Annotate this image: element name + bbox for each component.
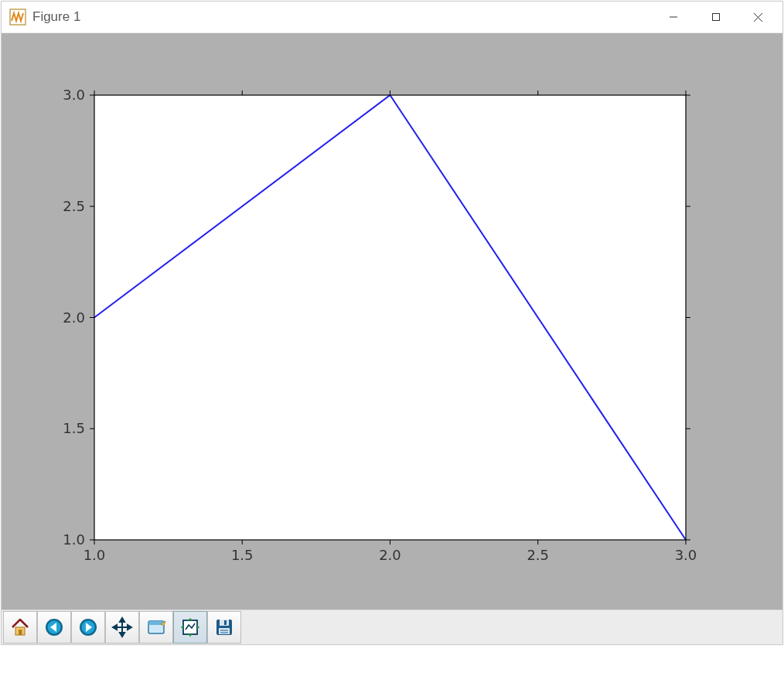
titlebar: Figure 1 xyxy=(2,2,782,33)
save-button[interactable] xyxy=(207,611,241,644)
app-icon xyxy=(9,9,26,26)
back-button[interactable] xyxy=(37,611,71,644)
y-tick-label: 2.0 xyxy=(63,309,85,326)
svg-rect-28 xyxy=(19,630,22,635)
move-icon xyxy=(111,616,133,638)
close-button[interactable] xyxy=(737,2,779,32)
y-tick-label: 3.0 xyxy=(63,87,85,103)
arrow-left-icon xyxy=(43,616,65,638)
home-icon xyxy=(9,616,31,638)
forward-button[interactable] xyxy=(71,611,105,644)
figure-canvas[interactable]: 1.01.52.02.53.01.01.52.02.53.0 xyxy=(2,33,782,609)
maximize-button[interactable] xyxy=(694,2,737,32)
x-tick-label: 1.0 xyxy=(84,547,106,563)
configure-subplots-button[interactable] xyxy=(173,611,207,644)
y-tick-label: 1.5 xyxy=(63,420,85,436)
arrow-right-icon xyxy=(77,616,99,638)
x-tick-label: 1.5 xyxy=(231,547,254,563)
pan-button[interactable] xyxy=(105,611,139,644)
svg-rect-41 xyxy=(219,628,230,634)
plot-svg: 1.01.52.02.53.01.01.52.02.53.0 xyxy=(13,53,771,598)
minimize-icon xyxy=(669,12,678,22)
zoom-button[interactable] xyxy=(139,611,173,644)
y-tick-label: 2.5 xyxy=(63,198,85,214)
svg-rect-2 xyxy=(712,14,719,21)
x-tick-label: 2.5 xyxy=(527,547,549,563)
close-icon xyxy=(753,12,763,22)
svg-rect-5 xyxy=(94,95,686,540)
y-tick-label: 1.0 xyxy=(63,531,85,548)
home-button[interactable] xyxy=(3,611,37,644)
zoom-rect-icon xyxy=(145,616,167,638)
maximize-icon xyxy=(711,12,721,22)
x-tick-label: 2.0 xyxy=(379,547,401,563)
app-window: Figure 1 1.01.52.02.53.01.01.52.02.53.0 xyxy=(1,1,783,645)
configure-subplots-icon xyxy=(179,616,201,638)
minimize-button[interactable] xyxy=(652,2,694,32)
save-icon xyxy=(213,616,235,638)
window-title: Figure 1 xyxy=(32,9,80,25)
x-tick-label: 3.0 xyxy=(675,547,697,563)
svg-rect-40 xyxy=(224,620,227,625)
navigation-toolbar xyxy=(2,609,782,644)
